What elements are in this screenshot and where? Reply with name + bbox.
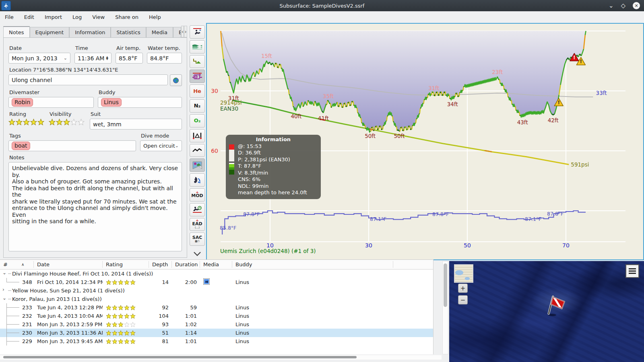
dive-site-map[interactable]: + − — [449, 261, 644, 362]
divemaster-tag[interactable]: Robin — [12, 98, 33, 107]
tag-chip[interactable]: boat — [12, 142, 30, 150]
dive-list-vertical-scrollbar[interactable] — [442, 261, 448, 354]
helium-graph-icon[interactable]: He — [190, 84, 205, 98]
watertemp-field[interactable]: 84.8°F — [147, 53, 182, 64]
gas-switch-icon[interactable] — [190, 173, 205, 187]
tab-media[interactable]: Media — [146, 27, 173, 37]
globe-button[interactable] — [170, 74, 182, 86]
tab-scroll-next[interactable]: › — [184, 26, 187, 37]
buddy-tag[interactable]: Linus — [101, 98, 122, 107]
menu-import[interactable]: Import — [45, 14, 62, 20]
menu-help[interactable]: Help — [149, 14, 161, 20]
location-field[interactable]: Ulong channel — [8, 74, 168, 85]
calculated-ceiling-icon[interactable] — [190, 55, 205, 68]
trip-row[interactable]: ⌄Divi Flamingo House Reef, Fri Oct 10, 2… — [0, 269, 433, 278]
rating-stars[interactable] — [8, 119, 45, 125]
svg-text:30: 30 — [211, 88, 218, 94]
show-photos-icon[interactable] — [190, 158, 205, 172]
spinner-arrows-icon[interactable]: ▲▼ — [106, 56, 108, 60]
expand-icon[interactable]: › — [2, 287, 8, 292]
tags-field[interactable]: boat — [8, 140, 136, 151]
divemaster-field[interactable]: Robin — [8, 97, 94, 108]
trip-row[interactable]: ›Yellow House, Sun Sep 21, 2014 (1 dive(… — [0, 286, 433, 295]
dive-rating-stars — [103, 322, 149, 327]
dive-events-icon[interactable] — [190, 25, 205, 39]
buddy-field[interactable]: Linus — [98, 97, 182, 108]
date-combobox[interactable]: Mon Jun 3, 2013⌄ — [8, 53, 70, 64]
dive-rating-stars — [103, 305, 149, 311]
svg-text:50: 50 — [464, 242, 471, 249]
scrollbar-thumb[interactable] — [444, 263, 447, 307]
sac-rate-icon[interactable]: SAC▦⏱ — [190, 232, 205, 246]
dive-duration: 1:01 — [172, 313, 200, 319]
svg-text:50ft: 50ft — [365, 133, 376, 139]
minimize-button[interactable]: ⌄ — [609, 3, 614, 9]
notes-textarea[interactable]: Unbelievable dive. Dozens and dozens of … — [8, 162, 182, 251]
menu-edit[interactable]: Edit — [24, 14, 34, 20]
dive-row[interactable]: 232Tue Jun 4, 2013 10:04 AM1041:01Linus — [0, 312, 433, 320]
tissues-graph-icon[interactable] — [190, 144, 205, 157]
menu-view[interactable]: View — [92, 14, 105, 20]
nitrogen-graph-icon[interactable]: N₂ — [190, 99, 205, 113]
time-spinbox[interactable]: 11:36 AM▲▼ — [74, 53, 111, 64]
dive-row[interactable]: 229Mon Jun 3, 2013 9:45 AM811:01Linus — [0, 337, 433, 346]
dive-row[interactable]: 348Fri Oct 10, 2014 12:34 PM142:00Linus — [0, 278, 433, 286]
tab-e[interactable]: E — [173, 27, 181, 37]
svg-text:!: ! — [580, 59, 582, 64]
svg-text:87.1°F: 87.1°F — [525, 216, 541, 222]
map-menu-button[interactable] — [625, 264, 639, 278]
ndl-tts-icon[interactable] — [190, 203, 205, 216]
maximize-button[interactable]: ◇ — [621, 3, 625, 9]
column-header-depth[interactable]: Depth — [149, 261, 172, 268]
column-header-rating[interactable]: Rating — [103, 261, 149, 268]
divemode-combobox[interactable]: Open circuit⌄ — [140, 140, 182, 151]
location-label: Location 7°16'58.386"N 134°14'43.631"E — [9, 67, 182, 73]
dive-list-horizontal-scrollbar[interactable] — [0, 355, 442, 360]
tab-notes[interactable]: Notes — [3, 26, 30, 37]
mod-icon[interactable]: +MOD — [190, 188, 205, 202]
dive-row[interactable]: 230Mon Jun 3, 2013 11:36 AM511:14Linus — [0, 329, 433, 337]
column-header-date[interactable]: Date — [34, 261, 103, 268]
tab-scroll-prev[interactable]: ‹ — [181, 26, 184, 37]
tab-information[interactable]: Information — [69, 27, 111, 37]
dive-profile-panel[interactable]: 10305070306031ft15ft40ft41ft35ft50ft50ft… — [206, 23, 644, 260]
info-line: CNS: 6% — [238, 176, 318, 183]
svg-text:87.8°F: 87.8°F — [432, 211, 449, 217]
visibility-stars[interactable] — [49, 119, 86, 125]
column-header-media[interactable]: Media — [200, 261, 232, 268]
trip-row[interactable]: ⌄Koror, Palau, Jun 2013 (11 dive(s)) — [0, 295, 433, 303]
collapse-icon[interactable]: ⌄ — [2, 295, 8, 301]
dive-date: Fri Oct 10, 2014 12:34 PM — [34, 279, 103, 285]
scrollbar-thumb[interactable] — [3, 356, 357, 358]
svg-text:43ft: 43ft — [517, 119, 528, 125]
dive-row[interactable]: 233Tue Jun 4, 2013 12:28 PM9259Linus — [0, 303, 433, 312]
water-salinity-icon[interactable] — [190, 40, 205, 53]
column-header-duration[interactable]: Duration — [172, 261, 200, 268]
ead-icon[interactable]: +EAD(...) — [190, 218, 205, 231]
menu-file[interactable]: File — [5, 14, 14, 20]
tab-statistics[interactable]: Statistics — [111, 27, 146, 37]
dive-flag-marker[interactable] — [545, 294, 568, 319]
svg-text:42ft: 42ft — [548, 117, 559, 123]
svg-text:31ft: 31ft — [428, 85, 439, 91]
dive-duration: 1:01 — [172, 338, 200, 344]
close-button[interactable]: ✕ — [633, 2, 640, 9]
dive-row[interactable]: 231Mon Jun 3, 2013 2:59 PM931:02Linus — [0, 320, 433, 329]
menu-share-on[interactable]: Share on — [115, 14, 138, 20]
column-header-num[interactable]: #∧ — [0, 261, 34, 268]
collapse-icon[interactable]: ⌄ — [2, 270, 8, 276]
toolbar-scroll-down-icon[interactable] — [190, 247, 204, 260]
dive-rating-stars — [103, 280, 149, 285]
dive-list-header[interactable]: #∧DateRatingDepthDurationMediaBuddy — [0, 260, 433, 269]
menu-log[interactable]: Log — [72, 14, 82, 20]
airtemp-field[interactable]: 85.8°F — [116, 53, 143, 64]
map-zoom-in-button[interactable]: + — [458, 284, 468, 293]
suit-field[interactable]: wet, 3mm — [90, 119, 182, 130]
map-zoom-out-button[interactable]: − — [458, 295, 468, 304]
map-type-selector[interactable] — [454, 264, 473, 283]
ruler-icon[interactable] — [190, 129, 205, 142]
oxygen-graph-icon[interactable]: O₂ — [190, 114, 205, 128]
tab-equipment[interactable]: Equipment — [30, 27, 70, 37]
column-header-buddy[interactable]: Buddy — [232, 261, 393, 268]
dive-computer-ceiling-icon[interactable] — [190, 70, 205, 83]
